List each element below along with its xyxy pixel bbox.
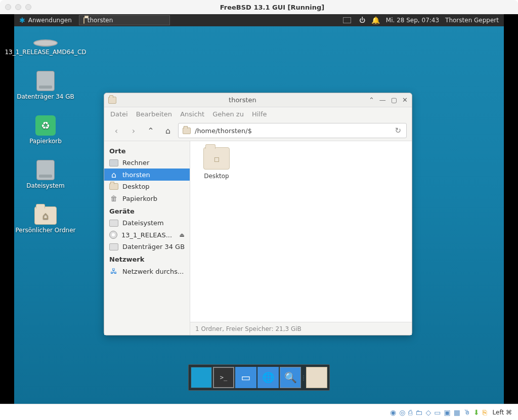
sidebar-item-browse-network[interactable]: 🖧 Netzwerk durchs... (104, 265, 190, 277)
menu-edit[interactable]: Bearbeiten (136, 110, 172, 118)
harddrive-icon (36, 160, 55, 180)
desktop-icon-cd[interactable]: 13_1_RELEASE_AMD64_CD (10, 34, 81, 56)
virtualbox-statusbar: ◉ ◎ ⎙ 🗀 ◇ ▭ ▣ ▦ 🖰 ⬇ ⎘ Left ⌘ (0, 404, 518, 420)
vb-clipboard-indicator-icon[interactable]: ⎘ (483, 408, 487, 416)
menu-file[interactable]: Datei (110, 110, 128, 118)
sidebar-places-header: Orte (104, 144, 190, 157)
power-icon[interactable]: ⏻ (359, 17, 365, 24)
nav-up-button[interactable]: ⌃ (144, 123, 158, 138)
nav-home-button[interactable]: ⌂ (161, 123, 175, 138)
user-name-label[interactable]: Thorsten Geppert (445, 17, 499, 24)
mouse-cursor-icon: ↖ (507, 110, 514, 120)
desktop-icon-trash[interactable]: ♻ Papierkorb (10, 115, 81, 145)
vb-hdd-indicator-icon[interactable]: ◉ (390, 408, 396, 416)
menu-view[interactable]: Ansicht (180, 110, 204, 118)
sidebar-item-label: Papierkorb (122, 195, 157, 202)
desktop-icon-label: 13_1_RELEASE_AMD64_CD (5, 49, 86, 56)
sidebar-item-home[interactable]: ⌂ thorsten (104, 169, 190, 181)
status-text: 1 Ordner, Freier Speicher: 21,3 GiB (195, 325, 301, 332)
vb-recording-indicator-icon[interactable]: ▦ (454, 408, 460, 416)
sidebar-item-filesystem[interactable]: Dateisystem (104, 217, 190, 229)
applications-label: Anwendungen (28, 17, 72, 24)
minimize-traffic-light[interactable] (15, 4, 21, 10)
dock-file-manager[interactable]: ▭ (235, 367, 256, 388)
desktop-icons-area: 13_1_RELEASE_AMD64_CD Datenträger 34 GB … (10, 34, 81, 234)
vb-optical-indicator-icon[interactable]: ◎ (399, 408, 405, 416)
folder-icon: ▫ (203, 147, 230, 170)
vb-network-indicator-icon[interactable]: ▣ (444, 408, 450, 416)
vb-keyboard-indicator-icon[interactable]: ⬇ (473, 408, 480, 416)
file-item-label: Desktop (204, 173, 229, 180)
desktop-icon-home[interactable]: Persönlicher Ordner (10, 204, 81, 234)
sidebar-devices-header: Geräte (104, 204, 190, 217)
desktop-icon-label: Persönlicher Ordner (15, 227, 75, 234)
reload-icon[interactable]: ↻ (395, 126, 402, 135)
fm-titlebar[interactable]: thorsten ⌃ — ▢ ✕ (104, 93, 412, 107)
folder-icon (83, 17, 84, 24)
fm-window-buttons: ⌃ — ▢ ✕ (369, 96, 408, 104)
vb-shared-folder-indicator-icon[interactable]: 🗀 (415, 408, 422, 416)
close-button[interactable]: ✕ (402, 96, 408, 104)
dock-separator: ⋮ (302, 367, 305, 388)
fm-content-area[interactable]: ▫ Desktop 1 Ordner, Freier Speicher: 21,… (190, 141, 412, 335)
sidebar-item-label: Rechner (122, 159, 149, 166)
vm-viewport: ✱ Anwendungen thorsten ⏻ 🔔 Mi. 28 Sep, 0… (0, 14, 518, 404)
virtualbox-titlebar: FreeBSD 13.1 GUI [Running] (0, 0, 518, 14)
nav-forward-button[interactable]: › (126, 123, 141, 138)
notification-bell-icon[interactable]: 🔔 (371, 16, 380, 24)
desktop-icon-label: Papierkorb (29, 138, 62, 145)
drive-icon (109, 220, 118, 227)
dock-web-browser[interactable]: 🌐 (257, 367, 279, 388)
vm-window-title: FreeBSD 13.1 GUI [Running] (31, 4, 513, 11)
maximize-button[interactable]: ▢ (391, 96, 397, 104)
shade-button[interactable]: ⌃ (369, 96, 374, 104)
workspace-switcher[interactable] (343, 17, 351, 23)
sidebar-item-cd[interactable]: 13_1_RELEAS... ⏏ (104, 229, 190, 241)
vb-usb-indicator-icon[interactable]: ⎙ (408, 408, 412, 416)
sidebar-item-trash[interactable]: 🗑 Papierkorb (104, 192, 190, 204)
dock-home-folder[interactable] (306, 367, 327, 388)
window-controls (5, 4, 31, 10)
vb-display-indicator-icon[interactable]: ◇ (425, 408, 431, 416)
home-folder-icon (34, 206, 57, 225)
sidebar-item-label: Netzwerk durchs... (122, 268, 184, 275)
sidebar-item-computer[interactable]: Rechner (104, 157, 190, 169)
sidebar-item-label: 13_1_RELEAS... (121, 231, 172, 239)
optical-disc-icon (109, 231, 117, 239)
sidebar-item-desktop[interactable]: Desktop (104, 181, 190, 192)
location-bar[interactable]: /home/thorsten/$ ↻ (178, 123, 407, 138)
xfce-logo-icon: ✱ (19, 16, 25, 24)
file-manager-window: thorsten ⌃ — ▢ ✕ Datei Bearbeiten Ansich… (104, 93, 412, 335)
network-icon: 🖧 (109, 267, 118, 275)
folder-icon (183, 128, 191, 134)
menu-help[interactable]: Hilfe (252, 110, 267, 118)
vb-mouse-indicator-icon[interactable]: 🖰 (463, 408, 470, 416)
dock-show-desktop[interactable] (191, 367, 212, 388)
desktop-icon-label: Dateisystem (26, 182, 64, 189)
folder-item-desktop[interactable]: ▫ Desktop (196, 147, 237, 180)
close-traffic-light[interactable] (5, 4, 11, 10)
xfce-top-panel: ✱ Anwendungen thorsten ⏻ 🔔 Mi. 28 Sep, 0… (14, 14, 504, 26)
panel-tray: ⏻ 🔔 Mi. 28 Sep, 07:43 Thorsten Geppert (359, 16, 504, 24)
menu-go[interactable]: Gehen zu (212, 110, 244, 118)
desktop-icon-filesystem[interactable]: Dateisystem (10, 160, 81, 189)
fm-statusbar: 1 Ordner, Freier Speicher: 21,3 GiB (190, 322, 412, 335)
nav-back-button[interactable]: ‹ (109, 123, 123, 138)
desktop-icon-disk[interactable]: Datenträger 34 GB (10, 71, 81, 100)
xfce-dock: ▭ 🌐 🔍 ⋮ (188, 364, 330, 391)
vb-audio-indicator-icon[interactable]: ▭ (434, 408, 441, 416)
clock[interactable]: Mi. 28 Sep, 07:43 (386, 17, 439, 24)
zoom-traffic-light[interactable] (25, 4, 31, 10)
dock-app-finder[interactable]: 🔍 (280, 367, 301, 388)
sidebar-network-header: Netzwerk (104, 253, 190, 265)
drive-icon (109, 243, 118, 250)
taskbar-window-label: thorsten (88, 17, 113, 24)
minimize-button[interactable]: — (379, 96, 386, 104)
fm-menubar: Datei Bearbeiten Ansicht Gehen zu Hilfe (104, 107, 412, 120)
dock-terminal[interactable] (213, 367, 234, 388)
taskbar-window-thorsten[interactable]: thorsten (79, 15, 170, 25)
sidebar-item-disk[interactable]: Datenträger 34 GB (104, 241, 190, 253)
applications-menu-button[interactable]: ✱ Anwendungen (14, 14, 77, 26)
computer-icon (109, 159, 118, 166)
eject-icon[interactable]: ⏏ (180, 232, 185, 238)
